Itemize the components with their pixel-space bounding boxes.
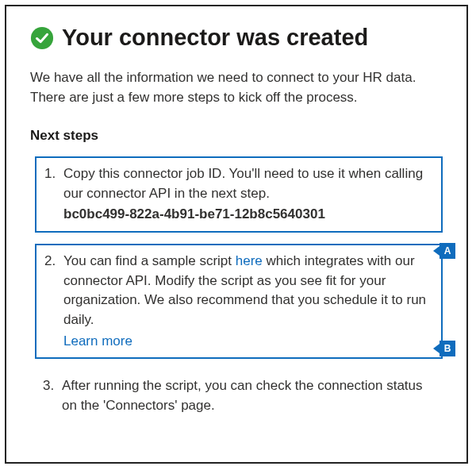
connector-job-id: bc0bc499-822a-4b91-be71-12b8c5640301 — [63, 205, 433, 225]
step-3: After running the script, you can check … — [35, 370, 443, 422]
page-title: Your connector was created — [62, 25, 368, 51]
step-2-pre: You can find a sample script — [63, 253, 236, 268]
callout-tag-a: A — [440, 243, 455, 259]
svg-point-0 — [31, 27, 53, 49]
step-3-text: After running the script, you can check … — [62, 378, 423, 413]
learn-more-link[interactable]: Learn more — [63, 332, 433, 352]
step-2: You can find a sample script here which … — [35, 244, 443, 359]
confirmation-panel: Your connector was created We have all t… — [5, 5, 468, 464]
intro-text: We have all the information we need to c… — [30, 68, 443, 107]
next-steps-heading: Next steps — [30, 128, 443, 144]
step-1-text: Copy this connector job ID. You'll need … — [63, 166, 423, 201]
step-1: Copy this connector job ID. You'll need … — [35, 156, 443, 233]
header: Your connector was created — [30, 25, 443, 51]
sample-script-link[interactable]: here — [236, 253, 263, 268]
steps-list: Copy this connector job ID. You'll need … — [30, 156, 443, 422]
callout-tag-b: B — [440, 341, 455, 356]
success-check-icon — [30, 26, 54, 50]
